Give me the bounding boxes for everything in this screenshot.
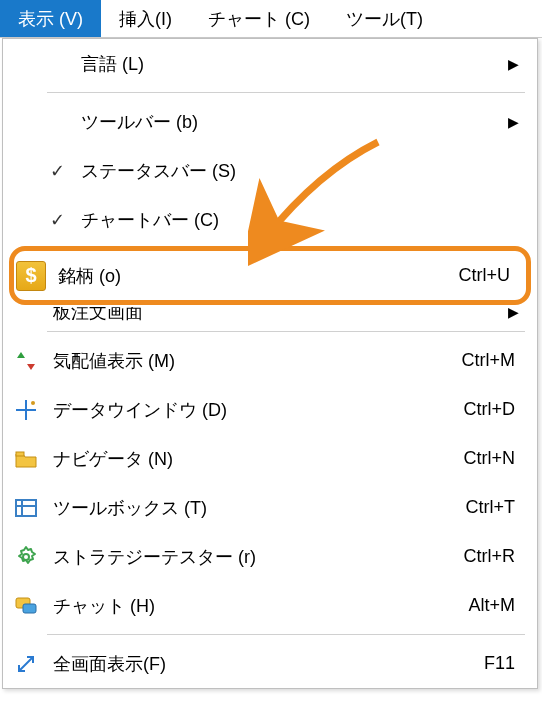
expand-arrow-icon — [9, 647, 43, 681]
menu-language-label: 言語 (L) — [71, 52, 505, 76]
menu-strategy-tester[interactable]: ストラテジーテスター (r) Ctrl+R — [3, 532, 537, 581]
chat-bubbles-icon — [9, 589, 43, 623]
check-icon: ✓ — [43, 203, 71, 237]
menu-chartbar[interactable]: ✓ チャートバー (C) — [3, 195, 537, 244]
check-icon: ✓ — [43, 154, 71, 188]
submenu-caret-icon: ▶ — [505, 56, 519, 72]
crosshair-icon — [9, 393, 43, 427]
menubar-tool[interactable]: ツール(T) — [328, 0, 441, 37]
separator — [47, 331, 525, 332]
menu-strategy-tester-shortcut: Ctrl+R — [463, 546, 515, 567]
separator — [47, 92, 525, 93]
blank-icon — [9, 47, 43, 81]
svg-rect-11 — [23, 604, 36, 613]
menubar-insert[interactable]: 挿入(I) — [101, 0, 190, 37]
menu-navigator-shortcut: Ctrl+N — [463, 448, 515, 469]
svg-marker-1 — [27, 364, 35, 370]
menu-obscured[interactable]: 板注文画面 ▶ — [3, 307, 537, 327]
submenu-caret-icon: ▶ — [505, 307, 519, 317]
menu-toolbox-label: ツールボックス (T) — [43, 496, 466, 520]
folder-icon — [9, 442, 43, 476]
gear-icon — [9, 540, 43, 574]
menu-symbols-shortcut: Ctrl+U — [458, 265, 510, 286]
menu-chat[interactable]: チャット (H) Alt+M — [3, 581, 537, 630]
svg-marker-0 — [17, 352, 25, 358]
menu-chat-label: チャット (H) — [43, 594, 468, 618]
highlight-annotation: $ 銘柄 (o) Ctrl+U — [9, 246, 531, 305]
svg-rect-5 — [16, 452, 24, 456]
menu-chartbar-label: チャートバー (C) — [71, 208, 519, 232]
menu-obscured-label: 板注文画面 — [9, 307, 505, 317]
menu-toolbar[interactable]: ツールバー (b) ▶ — [3, 97, 537, 146]
menubar-view[interactable]: 表示 (V) — [0, 0, 101, 37]
menu-market-watch-shortcut: Ctrl+M — [462, 350, 516, 371]
svg-rect-6 — [16, 500, 36, 516]
blank-icon — [9, 105, 43, 139]
menu-market-watch[interactable]: 気配値表示 (M) Ctrl+M — [3, 336, 537, 385]
blank-check — [43, 105, 71, 139]
dollar-icon: $ — [14, 259, 48, 293]
menu-fullscreen-shortcut: F11 — [484, 653, 515, 674]
menu-navigator-label: ナビゲータ (N) — [43, 447, 463, 471]
menu-navigator[interactable]: ナビゲータ (N) Ctrl+N — [3, 434, 537, 483]
menu-chat-shortcut: Alt+M — [468, 595, 515, 616]
blank-check — [43, 47, 71, 81]
menu-symbols[interactable]: $ 銘柄 (o) Ctrl+U — [14, 251, 526, 300]
menu-fullscreen-label: 全画面表示(F) — [43, 652, 484, 676]
svg-point-9 — [23, 554, 29, 560]
menu-statusbar[interactable]: ✓ ステータスバー (S) — [3, 146, 537, 195]
arrows-up-down-icon — [9, 344, 43, 378]
menu-language[interactable]: 言語 (L) ▶ — [3, 39, 537, 88]
view-dropdown: 言語 (L) ▶ ツールバー (b) ▶ ✓ ステータスバー (S) ✓ チャー… — [2, 38, 538, 689]
menu-statusbar-label: ステータスバー (S) — [71, 159, 519, 183]
menu-data-window-shortcut: Ctrl+D — [463, 399, 515, 420]
svg-point-4 — [31, 401, 35, 405]
blank-icon — [9, 203, 43, 237]
svg-line-12 — [19, 657, 33, 671]
menu-toolbox[interactable]: ツールボックス (T) Ctrl+T — [3, 483, 537, 532]
menubar-chart[interactable]: チャート (C) — [190, 0, 328, 37]
menu-market-watch-label: 気配値表示 (M) — [43, 349, 462, 373]
separator — [47, 634, 525, 635]
menubar: 表示 (V) 挿入(I) チャート (C) ツール(T) — [0, 0, 542, 38]
menu-toolbar-label: ツールバー (b) — [71, 110, 505, 134]
menu-toolbox-shortcut: Ctrl+T — [466, 497, 516, 518]
grid-icon — [9, 491, 43, 525]
menu-data-window[interactable]: データウインドウ (D) Ctrl+D — [3, 385, 537, 434]
menu-fullscreen[interactable]: 全画面表示(F) F11 — [3, 639, 537, 688]
menu-data-window-label: データウインドウ (D) — [43, 398, 463, 422]
menu-symbols-label: 銘柄 (o) — [48, 264, 458, 288]
menu-strategy-tester-label: ストラテジーテスター (r) — [43, 545, 463, 569]
submenu-caret-icon: ▶ — [505, 114, 519, 130]
blank-icon — [9, 154, 43, 188]
